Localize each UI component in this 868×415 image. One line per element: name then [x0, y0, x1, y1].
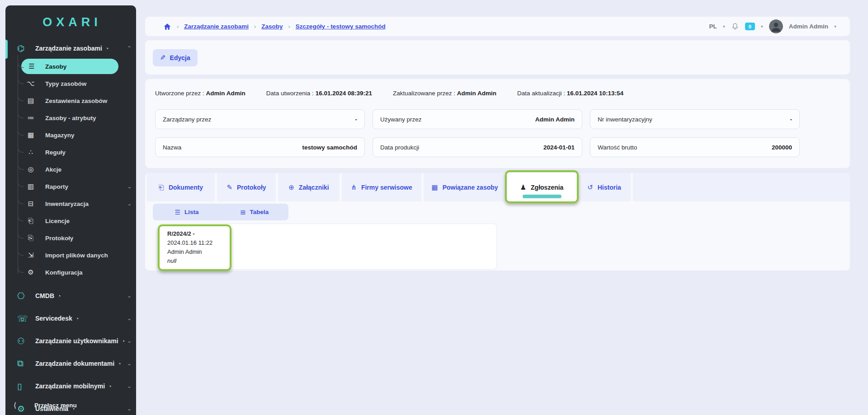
home-icon[interactable] [163, 23, 171, 31]
sidebar-item-zestawienia-zasobow[interactable]: ▤ Zestawienia zasobów [5, 92, 136, 109]
sidebar-item-label: Magazyny [45, 132, 75, 139]
avatar[interactable] [769, 19, 783, 33]
list-icon: ☰ [27, 62, 37, 70]
toggle-menu-label: Przełącz menu [34, 402, 77, 409]
sidebar-item-magazyny[interactable]: ▦ Magazyny [5, 126, 136, 144]
meta-updated-by: Zaktualizowane przez : Admin Admin [393, 90, 496, 97]
sidebar-item-akcje[interactable]: ◎ Akcje [5, 161, 136, 178]
chevron-down-icon: ⌄ [127, 201, 132, 207]
tab-label: Dokumenty [169, 184, 203, 191]
chevron-up-icon: ⌃ [127, 45, 132, 51]
tab-label: Historia [598, 184, 621, 191]
user-menu[interactable]: Admin Admin [789, 23, 828, 30]
sidebar-item-label: Konfiguracja [45, 269, 83, 276]
report-list-item[interactable]: R/2024/2 - 2024.01.16 11:22 Admin Admin … [159, 224, 497, 270]
sidebar-item-raporty[interactable]: ▥ Raporty ⌄ [5, 178, 136, 195]
caret-down-icon[interactable]: ▾ [723, 24, 725, 29]
bricks-icon: ▦ [431, 183, 438, 191]
sidebar-item-zasoby-atrybuty[interactable]: ≔ Zasoby - atrybuty [5, 109, 136, 126]
cmdb-icon: ⎔ [17, 291, 31, 301]
topbar-right: PL ▾ 0 ▾ Admin Admin ▾ [709, 19, 836, 33]
sidebar-group-mobilne[interactable]: ▯ Zarządzanie mobilnymi ◔ ⌄ [5, 375, 136, 397]
edit-button[interactable]: ✎ Edycja [153, 49, 198, 66]
tab-historia[interactable]: ↺ Historia [578, 173, 631, 201]
field-row-1: Zarządzany przez - Używany przez Admin A… [155, 109, 800, 129]
breadcrumb-separator: › [177, 23, 179, 30]
servicedesk-icon: ☏ [17, 313, 31, 324]
caret-down-icon[interactable]: ▾ [834, 24, 836, 29]
breadcrumb-link-zasoby[interactable]: Zasoby [261, 23, 283, 30]
chevron-down-icon: ⌄ [127, 383, 132, 389]
table-rows-icon: ▤ [26, 97, 36, 105]
language-selector[interactable]: PL [709, 23, 717, 30]
app-root: { "colors": { "accent_teal": "#52d9cf", … [0, 0, 868, 415]
actions-card: ✎ Edycja [145, 40, 850, 75]
sidebar-group-cmdb[interactable]: ⎔ CMDB ◔ ⌄ [5, 284, 136, 307]
table-icon: ⊞ [241, 209, 246, 216]
hexagons-icon: ⌬ [17, 43, 31, 54]
pencil-icon: ✎ [226, 183, 232, 191]
notification-badge[interactable]: 0 [745, 23, 755, 30]
tab-label: Zgłoszenia [531, 184, 563, 191]
subtab-lista[interactable]: ☰ Lista [153, 204, 221, 220]
active-tab-indicator [523, 195, 561, 198]
topbar: › Zarządzanie zasobami › Zasoby › Szczeg… [145, 17, 850, 36]
tab-zgloszenia[interactable]: ♟ Zgłoszenia [508, 173, 576, 201]
mobile-icon: ▯ [17, 381, 31, 392]
sidebar-item-label: Raporty [45, 183, 68, 190]
sidebar-group-zarzadzanie-zasobami[interactable]: ⌬ Zarządzanie zasobami ◔ ⌃ [5, 39, 136, 58]
sidebar-item-import-plikow[interactable]: ⇲ Import plików danych [5, 247, 136, 264]
sidebar-group-uzytkownicy[interactable]: ⚇ Zarządzanie użytkownikami ◔ ⌄ [5, 330, 136, 352]
report-number: R/2024/2 - [167, 229, 488, 238]
meta-updated-date: Data aktualizacji : 16.01.2024 10:13:54 [517, 90, 623, 97]
sidebar-item-reguly[interactable]: ∴ Reguły [5, 144, 136, 161]
toggle-menu-button[interactable]: ⟨ Przełącz menu [5, 397, 144, 413]
report-date: 2024.01.16 11:22 [167, 238, 488, 247]
gauge-icon: ◔ [122, 338, 125, 345]
sidebar-group-label: CMDB [35, 292, 54, 299]
protocols-icon: ⎘ [26, 234, 36, 242]
list-icon: ☰ [175, 209, 180, 216]
attributes-icon: ≔ [26, 114, 36, 122]
sidebar-item-label: Inwentaryzacja [45, 201, 89, 207]
gauge-icon: ◔ [108, 383, 112, 390]
field-row-2: Nazwa testowy samochód Data produkcji 20… [155, 137, 800, 157]
tab-protokoly[interactable]: ✎ Protokoły [217, 173, 276, 201]
breadcrumb-current[interactable]: Szczegóły - testowy samochód [296, 23, 386, 30]
view-switcher: ☰ Lista ⊞ Tabela [153, 204, 288, 220]
chevron-down-icon: ⌄ [127, 184, 132, 190]
tab-powiazane-zasoby[interactable]: ▦ Powiązane zasoby [424, 173, 506, 201]
sidebar-item-protokoly[interactable]: ⎘ Protokoły [5, 229, 136, 247]
sidebar-item-licencje[interactable]: ⎗ Licencje [5, 212, 136, 229]
breadcrumb-link-zarzadzanie-zasobami[interactable]: Zarządzanie zasobami [184, 23, 249, 30]
sidebar-group-servicedesk[interactable]: ☏ Servicedesk ◔ ⌄ [5, 307, 136, 330]
tabs-card: ⎗ Dokumenty ✎ Protokoły ⊕ Załączniki ⋔ F… [145, 173, 850, 270]
support-agent-icon: ♟ [520, 183, 526, 191]
caret-down-icon[interactable]: ▾ [761, 24, 763, 29]
subtab-tabela[interactable]: ⊞ Tabela [221, 204, 288, 220]
bell-icon[interactable] [731, 22, 739, 31]
tab-zalaczniki[interactable]: ⊕ Załączniki [278, 173, 340, 201]
rules-icon: ∴ [26, 148, 36, 156]
tab-dokumenty[interactable]: ⎗ Dokumenty [147, 173, 215, 201]
chevron-down-icon: ⌄ [127, 338, 132, 344]
breadcrumb-separator: › [288, 23, 290, 30]
meta-created-by: Utworzone przez : Admin Admin [155, 90, 245, 97]
sidebar-item-inwentaryzacja[interactable]: ⊟ Inwentaryzacja ⌄ [5, 195, 136, 212]
sidebar-item-typy-zasobow[interactable]: ⌥ Typy zasobów [5, 75, 136, 92]
tab-firmy-serwisowe[interactable]: ⋔ Firmy serwisowe [342, 173, 421, 201]
config-icon: ⚙ [26, 268, 36, 276]
sidebar-group-dokumenty[interactable]: ⧉ Zarządzanie dokumentami ◔ ⌄ [5, 352, 136, 375]
sidebar-item-konfiguracja[interactable]: ⚙ Konfiguracja [5, 264, 136, 281]
sidebar-group-label: Zarządzanie mobilnymi [35, 382, 105, 390]
chevron-down-icon: ⌄ [127, 360, 132, 367]
sidebar-item-zasoby[interactable]: ☰ Zasoby [21, 59, 118, 74]
sidebar-item-label: Licencje [45, 218, 70, 224]
tab-label: Firmy serwisowe [361, 184, 412, 191]
sidebar-submenu: ☰ Zasoby ⌥ Typy zasobów ▤ Zestawienia za… [5, 59, 136, 281]
sidebar-group-label: Zarządzanie zasobami [35, 45, 102, 52]
sidebar-item-label: Zasoby - atrybuty [45, 115, 96, 121]
sidebar-item-label: Typy zasobów [45, 80, 86, 87]
sidebar-group-label: Servicedesk [35, 315, 72, 322]
report-description: null [167, 256, 488, 266]
